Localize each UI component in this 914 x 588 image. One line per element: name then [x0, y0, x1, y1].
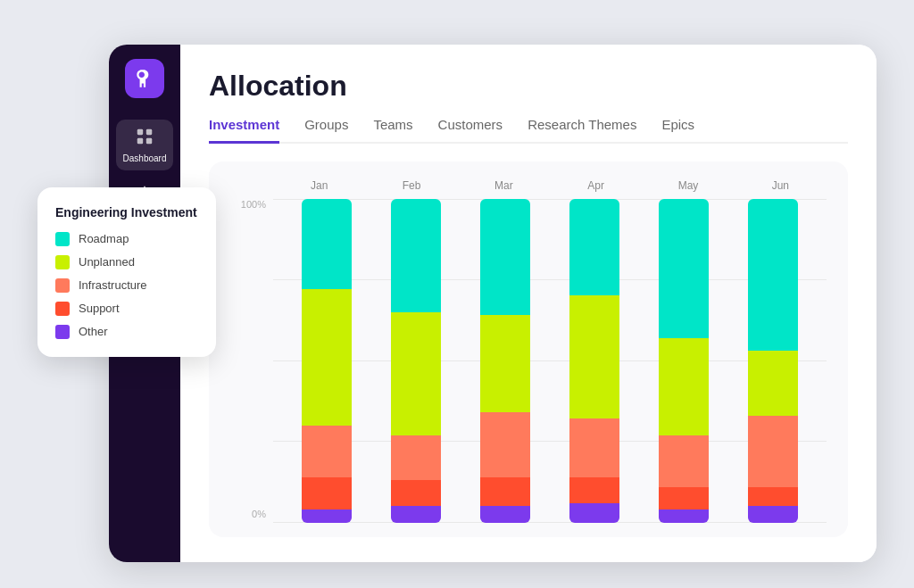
legend-label-roadmap: Roadmap — [79, 232, 129, 245]
bar-segment — [659, 487, 709, 509]
svg-rect-1 — [146, 128, 152, 134]
bars-row — [273, 199, 827, 523]
bar-segment — [748, 199, 798, 352]
month-label-mar: Mar — [458, 179, 550, 192]
legend-label-support: Support — [79, 302, 120, 315]
legend-item-support: Support — [55, 302, 198, 316]
chart-card: JanFebMarAprMayJun 100%0% — [209, 161, 848, 537]
chart-month-labels: JanFebMarAprMayJun — [230, 179, 827, 192]
bar-segment — [569, 418, 619, 476]
chart-container: JanFebMarAprMayJun 100%0% — [230, 179, 827, 523]
legend-dot-unplanned — [55, 255, 70, 269]
legend-label-unplanned: Unplanned — [79, 255, 135, 269]
month-label-jun: Jun — [735, 179, 827, 192]
bar-segment — [302, 509, 352, 523]
svg-rect-0 — [137, 128, 143, 134]
legend-card: Engineering Investment RoadmapUnplannedI… — [37, 187, 216, 357]
bar-segment — [569, 199, 619, 296]
bar-feb — [391, 199, 441, 523]
bar-segment — [748, 506, 798, 522]
legend-dot-other — [55, 325, 70, 339]
bar-segment — [480, 506, 530, 522]
tab-customers[interactable]: Customers — [438, 117, 503, 144]
tabs-bar: InvestmentGroupsTeamsCustomersResearch T… — [209, 117, 848, 144]
main-content: Allocation InvestmentGroupsTeamsCustomer… — [180, 45, 877, 562]
bar-segment — [659, 509, 709, 523]
legend-label-other: Other — [79, 325, 108, 338]
bar-segment — [302, 426, 352, 477]
y-axis-label: 0% — [252, 509, 266, 519]
month-label-feb: Feb — [365, 179, 457, 192]
legend-items: RoadmapUnplannedInfrastructureSupportOth… — [55, 232, 198, 339]
legend-item-other: Other — [55, 325, 198, 339]
bar-segment — [748, 487, 798, 507]
main-card: Dashboard Focus Goals Allocation Investm… — [109, 45, 877, 562]
bar-segment — [302, 199, 352, 290]
bar-segment — [748, 416, 798, 487]
bar-may — [659, 199, 709, 523]
tab-epics[interactable]: Epics — [661, 117, 694, 144]
bar-mar — [480, 199, 530, 523]
bar-segment — [391, 506, 441, 522]
legend-dot-infrastructure — [55, 278, 70, 293]
sidebar-logo — [125, 59, 164, 98]
bar-segment — [659, 338, 709, 435]
outer-container: Engineering Investment RoadmapUnplannedI… — [37, 27, 877, 562]
legend-dot-roadmap — [55, 232, 70, 246]
bar-segment — [391, 480, 441, 506]
bar-segment — [480, 477, 530, 507]
bars-area — [273, 199, 827, 523]
dashboard-icon — [135, 127, 154, 150]
bar-segment — [480, 199, 530, 316]
svg-rect-3 — [146, 137, 152, 143]
legend-item-infrastructure: Infrastructure — [55, 278, 198, 293]
bar-segment — [391, 435, 441, 481]
bar-jan — [302, 199, 352, 523]
legend-item-roadmap: Roadmap — [55, 232, 198, 246]
y-axis-label: 100% — [241, 199, 266, 210]
month-label-may: May — [642, 179, 734, 192]
bar-segment — [659, 435, 709, 487]
sidebar-item-label-dashboard: Dashboard — [123, 153, 167, 163]
bar-segment — [659, 199, 709, 338]
legend-dot-support — [55, 302, 70, 316]
y-axis: 100%0% — [230, 199, 273, 523]
bar-segment — [391, 199, 441, 312]
bar-segment — [480, 412, 530, 477]
bar-segment — [569, 477, 619, 503]
bar-apr — [569, 199, 619, 523]
chart-body: 100%0% — [230, 199, 827, 523]
bar-segment — [302, 289, 352, 425]
tab-teams[interactable]: Teams — [373, 117, 412, 144]
tab-groups[interactable]: Groups — [304, 117, 348, 144]
bar-segment — [569, 295, 619, 418]
legend-title: Engineering Investment — [55, 205, 198, 219]
legend-label-infrastructure: Infrastructure — [79, 278, 147, 292]
bar-segment — [480, 315, 530, 412]
bar-segment — [391, 312, 441, 435]
page-title: Allocation — [209, 70, 848, 103]
bar-jun — [748, 199, 798, 523]
tab-investment[interactable]: Investment — [209, 117, 279, 144]
bar-segment — [748, 351, 798, 416]
tab-research-themes[interactable]: Research Themes — [528, 117, 636, 144]
sidebar-item-dashboard[interactable]: Dashboard — [116, 120, 173, 170]
month-label-jan: Jan — [273, 179, 365, 192]
legend-item-unplanned: Unplanned — [55, 255, 198, 269]
svg-rect-2 — [137, 137, 143, 143]
bar-segment — [302, 477, 352, 509]
bar-segment — [569, 503, 619, 523]
month-label-apr: Apr — [550, 179, 642, 192]
